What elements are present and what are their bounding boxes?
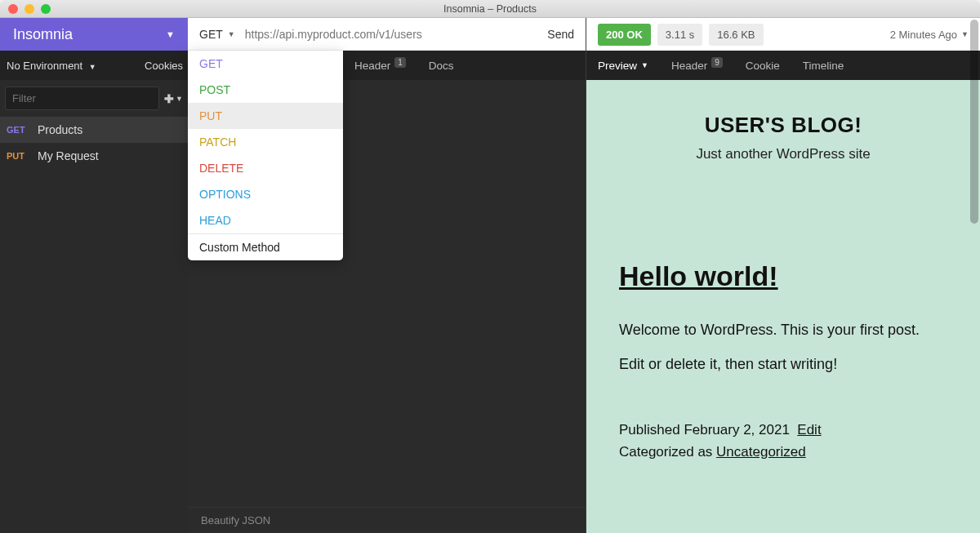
tab-timeline[interactable]: Timeline — [791, 51, 856, 80]
plus-icon: ✚ — [164, 92, 174, 105]
method-option-get[interactable]: GET — [188, 51, 343, 77]
chevron-down-icon: ▼ — [176, 95, 183, 103]
tab-docs[interactable]: Docs — [417, 51, 466, 80]
traffic-lights — [8, 4, 51, 14]
tab-preview[interactable]: Preview ▼ — [586, 51, 660, 80]
tab-response-header[interactable]: Header 9 — [660, 51, 734, 80]
request-footer: Beautify JSON — [188, 507, 586, 533]
edit-link[interactable]: Edit — [797, 422, 821, 438]
method-option-delete[interactable]: DELETE — [188, 155, 343, 181]
chevron-down-icon: ▼ — [228, 30, 235, 38]
post-category-line: Categorized as Uncategorized — [619, 441, 947, 463]
add-request-button[interactable]: ✚ ▼ — [164, 92, 183, 105]
blog-tagline: Just another WordPress site — [619, 146, 947, 162]
post-title-link[interactable]: Hello world! — [619, 260, 947, 292]
request-panel: GET ▼ Send ery Header 1 Docs — [188, 18, 586, 533]
request-name: Products — [38, 123, 82, 136]
request-item[interactable]: PUT My Request — [0, 143, 188, 169]
method-option-custom[interactable]: Custom Method — [188, 234, 343, 260]
workspace-name: Insomnia — [13, 26, 73, 43]
filter-input[interactable] — [5, 87, 159, 110]
request-name: My Request — [38, 149, 99, 162]
titlebar: Insomnia – Products — [0, 0, 980, 18]
chevron-down-icon: ▼ — [89, 63, 96, 71]
environment-bar: No Environment ▼ Cookies — [0, 51, 188, 80]
method-option-options[interactable]: OPTIONS — [188, 181, 343, 207]
status-badge: 200 OK — [598, 24, 651, 46]
window-scrollbar[interactable] — [970, 20, 978, 224]
url-input[interactable] — [245, 28, 540, 41]
method-option-head[interactable]: HEAD — [188, 207, 343, 233]
method-option-post[interactable]: POST — [188, 77, 343, 103]
workspace-selector[interactable]: Insomnia ▼ — [0, 18, 188, 51]
method-option-put[interactable]: PUT — [188, 103, 343, 129]
chevron-down-icon: ▼ — [961, 30, 969, 38]
window-close-button[interactable] — [8, 4, 18, 14]
history-selector[interactable]: 2 Minutes Ago ▼ — [890, 29, 969, 41]
response-panel: 200 OK 3.11 s 16.6 KB 2 Minutes Ago ▼ Pr… — [586, 18, 980, 533]
chevron-down-icon: ▼ — [166, 29, 175, 39]
filter-bar: ✚ ▼ — [0, 80, 188, 117]
response-size: 16.6 KB — [709, 24, 763, 46]
beautify-json-button[interactable]: Beautify JSON — [201, 514, 270, 526]
response-tabs: Preview ▼ Header 9 Cookie Timeline — [586, 51, 980, 80]
response-preview[interactable]: USER'S BLOG! Just another WordPress site… — [586, 80, 980, 533]
category-link[interactable]: Uncategorized — [716, 444, 806, 460]
chevron-down-icon: ▼ — [641, 61, 648, 69]
method-badge: GET — [7, 125, 29, 135]
header-count-badge: 1 — [394, 57, 406, 68]
cookies-button[interactable]: Cookies — [145, 60, 183, 72]
request-item[interactable]: GET Products — [0, 117, 188, 143]
method-option-patch[interactable]: PATCH — [188, 129, 343, 155]
window-title: Insomnia – Products — [443, 3, 537, 15]
method-badge: PUT — [7, 151, 29, 161]
post-body-line: Welcome to WordPress. This is your first… — [619, 317, 947, 343]
post-body-line: Edit or delete it, then start writing! — [619, 351, 947, 377]
environment-selector[interactable]: No Environment ▼ — [7, 60, 96, 72]
method-selector[interactable]: GET ▼ — [199, 28, 235, 41]
send-button[interactable]: Send — [547, 28, 574, 41]
response-status-bar: 200 OK 3.11 s 16.6 KB 2 Minutes Ago ▼ — [586, 18, 980, 51]
sidebar: Insomnia ▼ No Environment ▼ Cookies ✚ ▼ — [0, 18, 188, 533]
header-count-badge: 9 — [711, 57, 723, 68]
blog-title: USER'S BLOG! — [619, 113, 947, 138]
url-bar: GET ▼ Send — [188, 18, 586, 51]
window-minimize-button[interactable] — [24, 4, 34, 14]
response-time: 3.11 s — [657, 24, 702, 46]
tab-header[interactable]: Header 1 — [343, 51, 417, 80]
window-maximize-button[interactable] — [41, 4, 51, 14]
post-published-line: Published February 2, 2021 Edit — [619, 419, 947, 441]
method-dropdown: GET POST PUT PATCH DELETE OPTIONS HEAD C… — [188, 51, 343, 260]
tab-cookie[interactable]: Cookie — [734, 51, 791, 80]
request-list: GET Products PUT My Request — [0, 117, 188, 169]
